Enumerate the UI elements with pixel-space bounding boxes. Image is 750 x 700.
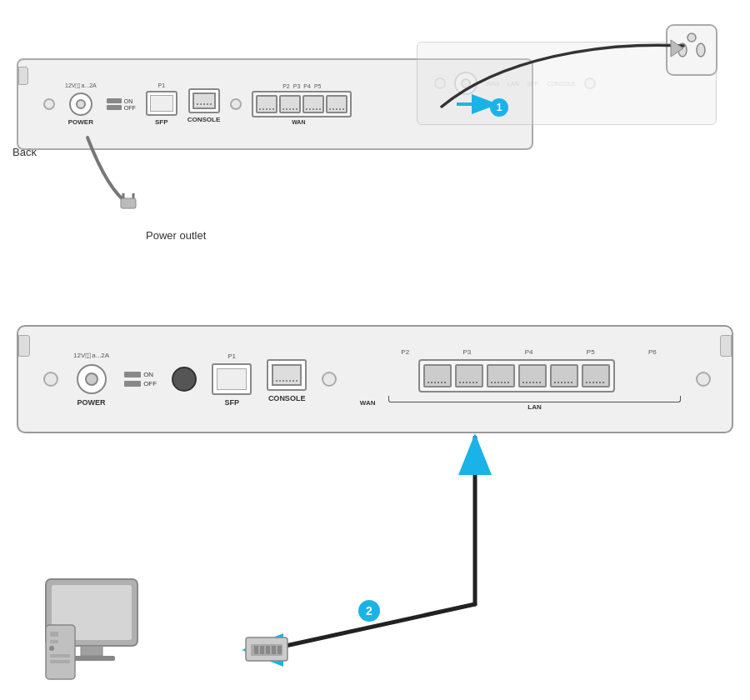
power-spec-top: 12V◫a...2A [65,82,97,89]
port-lan2-top [302,95,324,113]
power-jack-inner-top [76,99,86,109]
switch-off-top: OFF [107,105,136,111]
port-labels-top: P2 P3 P4 P5 [282,83,321,89]
svg-rect-20 [272,646,276,654]
svg-rect-4 [121,198,136,208]
sfp-screen-top [150,95,173,112]
switch-on-top: ON [107,98,133,104]
switch-rect-on-top [107,98,122,103]
lan-bracket: LAN [388,396,681,411]
port-lan5-bottom[interactable] [582,364,610,388]
svg-rect-16 [251,644,282,656]
screw-mid-bottom [322,372,337,387]
port-lan1-top [279,95,301,113]
svg-point-3 [688,33,696,42]
power-outlet-label: Power outlet [146,229,206,242]
ghost-sfp-label: SFP [528,81,539,87]
sfp-port-top: P1 SFP [146,82,178,126]
switch-on-bottom: ON [124,371,153,378]
ghost-wan-label: WAN [486,81,499,87]
ethernet-plug-bottom [246,638,288,661]
bottom-section: 12V◫a...2A POWER ON OFF [0,275,750,700]
wan-lan-section-bottom: P2 P3 P4 P5 P6 WAN [352,348,681,411]
switch-group-bottom: ON OFF [124,371,157,388]
svg-rect-18 [260,646,264,654]
console-rj45-top [192,92,216,109]
step2-badge: 2 [358,600,380,622]
ghost-screw-right [584,78,596,89]
ghost-power-inner [461,78,471,88]
bracket-line [388,396,681,402]
console-name-bottom: CONSOLE [268,394,306,402]
svg-rect-27 [50,632,58,637]
switch-off-bottom: OFF [124,380,157,388]
svg-rect-31 [50,660,70,663]
screw-right-bottom [696,372,711,387]
step1-badge: 1 [490,98,508,117]
svg-rect-28 [50,640,58,643]
switch-rect-on-bottom [124,372,141,378]
power-jack-inner-bottom [85,372,98,386]
console-port-bottom: CONSOLE [267,356,307,402]
svg-rect-0 [667,25,717,75]
port-lan2-bottom[interactable] [487,364,515,388]
svg-point-2 [697,43,705,57]
ports-bottom-labels-bottom: WAN LAN [352,396,681,411]
console-box-top [188,88,220,113]
computer-illustration [33,575,167,700]
port-lan3-top [326,95,348,113]
ports-frame-top [252,91,352,118]
sfp-p1-label-bottom: P1 [228,352,236,360]
port-top-labels-bottom: P2 P3 P4 P5 P6 [352,348,681,356]
reset-button-bottom[interactable] [172,367,197,392]
sfp-box-top [146,91,178,116]
port-wan-bottom[interactable] [423,364,452,388]
router-bottom-ports: 12V◫a...2A POWER ON OFF [43,343,711,415]
switch-rect-off-bottom [124,381,141,387]
ghost-power [454,72,478,95]
router-device-bottom: 12V◫a...2A POWER ON OFF [17,325,733,433]
power-outlet-svg [662,21,721,79]
svg-rect-30 [50,654,70,658]
svg-point-1 [678,43,687,57]
power-port-bottom: 12V◫a...2A POWER [73,352,109,407]
port-wan-top [256,95,278,113]
power-spec-bottom: 12V◫a...2A [73,352,109,360]
sfp-name-bottom: SFP [224,398,239,407]
switch-group-top: ON OFF [107,98,136,111]
svg-point-29 [49,646,54,651]
svg-rect-17 [254,646,258,654]
port-lan3-bottom[interactable] [518,364,547,388]
power-jack-bottom [77,364,107,394]
top-section: Back Power outlet 12V◫a...2A POWER ON [0,8,750,267]
ghost-screw-left [434,78,446,89]
svg-rect-19 [266,646,270,654]
ghost-console-label: CONSOLE [547,81,575,87]
console-port-top: CONSOLE [188,86,221,123]
sfp-p1-label-top: P1 [158,82,165,88]
power-name-top: POWER [68,118,93,126]
port-lan1-bottom[interactable] [455,364,483,388]
svg-rect-21 [278,646,282,654]
svg-rect-15 [246,638,288,661]
console-box-bottom [267,359,307,391]
sfp-screen-bottom [217,368,247,390]
ports-bottom-labels-top: WAN [292,119,312,125]
sfp-port-bottom: P1 SFP [212,352,252,407]
sfp-name-top: SFP [155,118,168,126]
wan-lan-group-top: P2 P3 P4 P5 WAN [252,83,352,125]
ports-frame-bottom [418,359,615,392]
computer-svg [33,575,167,700]
power-port-top: 12V◫a...2A POWER [65,82,97,125]
console-name-top: CONSOLE [188,116,221,123]
power-jack-top [69,92,92,116]
screw-left-top [43,98,55,110]
screw-left-bottom [43,372,58,387]
console-rj45-bottom [272,364,302,386]
port-lan4-bottom[interactable] [550,364,578,388]
ghost-lan-label: LAN [508,81,519,87]
switch-rect-off-top [107,105,122,110]
sfp-box-bottom [212,363,252,395]
power-name-bottom: POWER [78,398,106,407]
screw-mid-top [230,98,242,110]
